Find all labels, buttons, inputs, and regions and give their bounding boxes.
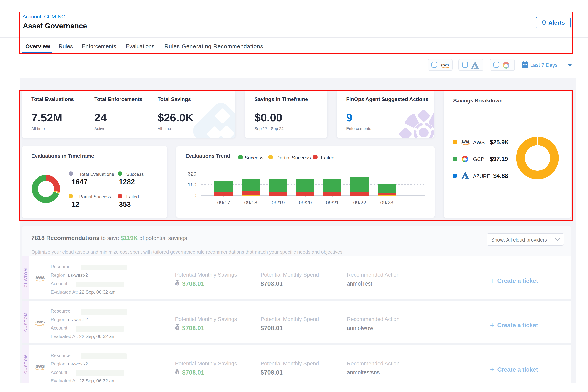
svg-text:$: $ [176,326,178,330]
svg-text:aws: aws [35,363,45,369]
svg-text:aws: aws [35,319,45,324]
svg-text:$: $ [176,371,178,374]
svg-text:aws: aws [35,274,45,280]
svg-text:aws: aws [441,62,449,67]
svg-text:$: $ [176,282,178,285]
